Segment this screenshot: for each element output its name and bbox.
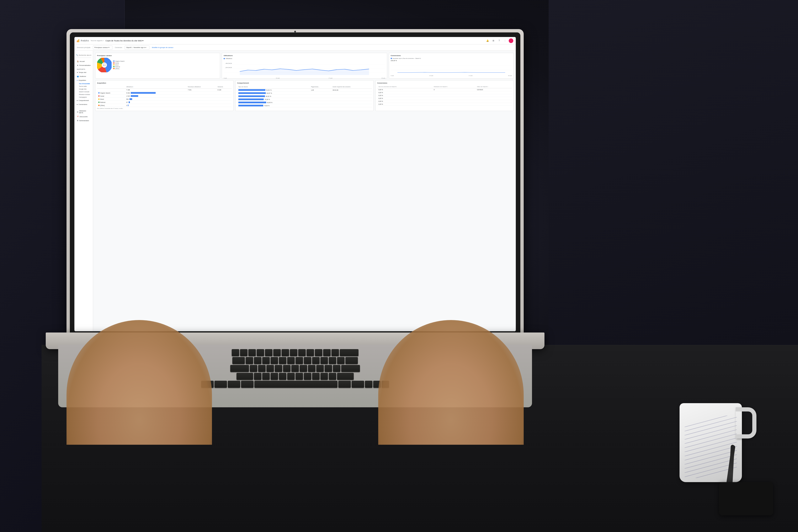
key[interactable]	[291, 365, 299, 372]
sidebar-item-acquisition[interactable]: ▸ Acquisition	[74, 78, 93, 82]
key-shift[interactable]	[236, 373, 253, 380]
key[interactable]	[296, 357, 303, 364]
key-space[interactable]	[254, 381, 338, 388]
table-row: 83,65 %	[237, 101, 372, 104]
key-cmd-r[interactable]	[338, 381, 351, 388]
logo-bar-2	[78, 40, 78, 42]
key[interactable]	[296, 373, 303, 380]
referral-bar-cell: 97	[126, 101, 185, 103]
key[interactable]	[312, 357, 320, 364]
key[interactable]	[316, 365, 324, 372]
sidebar-item-audience[interactable]: 👥 Audience	[74, 74, 93, 78]
acquisition-note: Pour afficher l'ensemble des 5 Canaux, r…	[97, 108, 232, 109]
key[interactable]	[329, 373, 336, 380]
key[interactable]	[283, 365, 290, 372]
user-avatar[interactable]	[509, 38, 513, 43]
key[interactable]	[250, 365, 257, 372]
key[interactable]	[300, 365, 307, 372]
key-ctrl[interactable]	[214, 381, 227, 388]
star-icon: ★	[77, 64, 78, 66]
key[interactable]	[337, 357, 345, 364]
sidebar-sub-reseaux-sociaux[interactable]: Réseaux sociaux	[74, 93, 93, 96]
key[interactable]	[273, 349, 281, 356]
key-left[interactable]	[365, 381, 373, 388]
mug-stripe	[685, 416, 737, 427]
referral-dot	[113, 66, 114, 67]
sidebar-sub-search-console[interactable]: Search Console	[74, 90, 93, 93]
conversions-axis: 3 août 10 août 17 août 24 août	[391, 75, 512, 76]
sidebar-sub-google-ads[interactable]: Google Ads	[74, 88, 93, 90]
notification-icon[interactable]: 🔔	[486, 39, 490, 43]
sidebar-item-conversions[interactable]: ▸ Conversions	[74, 102, 93, 107]
audience-icon: 👥	[77, 75, 79, 77]
key-shift-r[interactable]	[337, 373, 354, 380]
key[interactable]	[262, 373, 270, 380]
key[interactable]	[270, 357, 278, 364]
key-alt-r[interactable]	[352, 381, 364, 388]
utilisateurs-legend: Utilisateurs	[224, 58, 385, 59]
key[interactable]	[325, 365, 332, 372]
key[interactable]	[270, 373, 278, 380]
key[interactable]	[333, 365, 340, 372]
help-icon[interactable]: ?	[497, 39, 501, 43]
key-tab[interactable]	[232, 357, 245, 364]
key-alt[interactable]	[228, 381, 240, 388]
sidebar-item-temps-reel[interactable]: ● Temps réel	[74, 71, 93, 74]
key[interactable]	[258, 365, 266, 372]
col-realisation: Réalisation de l'objectif 1	[433, 85, 476, 88]
key[interactable]	[298, 349, 306, 356]
key[interactable]	[304, 373, 311, 380]
sidebar-sub-vue-ensemble[interactable]: Vue d'ensemble	[74, 82, 93, 85]
key-caps[interactable]	[230, 365, 249, 372]
sidebar-item-attribution[interactable]: ◎ Attribution BETA	[74, 109, 93, 115]
sidebar-sub-campagnes[interactable]: Campagnes	[74, 96, 93, 98]
key[interactable]	[304, 357, 311, 364]
key[interactable]	[279, 357, 286, 364]
key[interactable]	[266, 365, 274, 372]
key[interactable]	[320, 357, 328, 364]
key-cmd[interactable]	[241, 381, 253, 388]
key[interactable]	[232, 349, 239, 356]
key[interactable]	[320, 373, 328, 380]
sidebar-item-administration[interactable]: ⚙ Administration	[74, 119, 93, 122]
sidebar-item-decouverte[interactable]: 📍 Découverte	[74, 115, 93, 119]
key[interactable]	[248, 349, 256, 356]
key[interactable]	[246, 357, 253, 364]
mug-stripe	[685, 421, 737, 435]
key[interactable]	[265, 349, 272, 356]
key[interactable]	[315, 349, 322, 356]
col-users[interactable]: Utilisateurs ↑	[125, 85, 186, 89]
sidebar-item-comportement[interactable]: ▸ Comportement	[74, 98, 93, 102]
key[interactable]	[287, 357, 295, 364]
key-return[interactable]	[345, 357, 358, 364]
bounce-bar-1: 81,81 %	[239, 89, 308, 91]
key[interactable]	[275, 365, 282, 372]
sidebar-item-accueil[interactable]: 🏠 Accueil	[74, 59, 93, 63]
key[interactable]	[240, 349, 247, 356]
key[interactable]	[256, 349, 264, 356]
sidebar-item-personalisation[interactable]: ★ Personnalisation	[74, 63, 93, 67]
modify-channels-link[interactable]: Modifier le groupe de canaux	[152, 46, 173, 49]
key[interactable]	[306, 349, 314, 356]
key[interactable]	[282, 349, 289, 356]
key-delete[interactable]	[340, 349, 359, 356]
key[interactable]	[290, 349, 297, 356]
more-icon[interactable]: ⋮	[503, 39, 507, 43]
search-input[interactable]	[79, 53, 91, 57]
key[interactable]	[312, 373, 320, 380]
key[interactable]	[329, 357, 336, 364]
key[interactable]	[287, 373, 295, 380]
key[interactable]	[279, 373, 286, 380]
key[interactable]	[323, 349, 330, 356]
sidebar-sub-tout-trafic[interactable]: Tout le trafic	[74, 85, 93, 88]
key[interactable]	[254, 373, 262, 380]
key[interactable]	[262, 357, 270, 364]
grid-icon[interactable]: ⊞	[491, 39, 495, 43]
key[interactable]	[331, 349, 339, 356]
key[interactable]	[308, 365, 316, 372]
key-return2[interactable]	[341, 365, 360, 372]
dimension-select[interactable]: Principaux canaux ▾	[93, 45, 112, 50]
conversion-select[interactable]: Objectif 1 : Newsletter sign-in ▾	[125, 45, 149, 50]
col-sessions: Sessions	[216, 85, 232, 89]
key[interactable]	[254, 357, 262, 364]
